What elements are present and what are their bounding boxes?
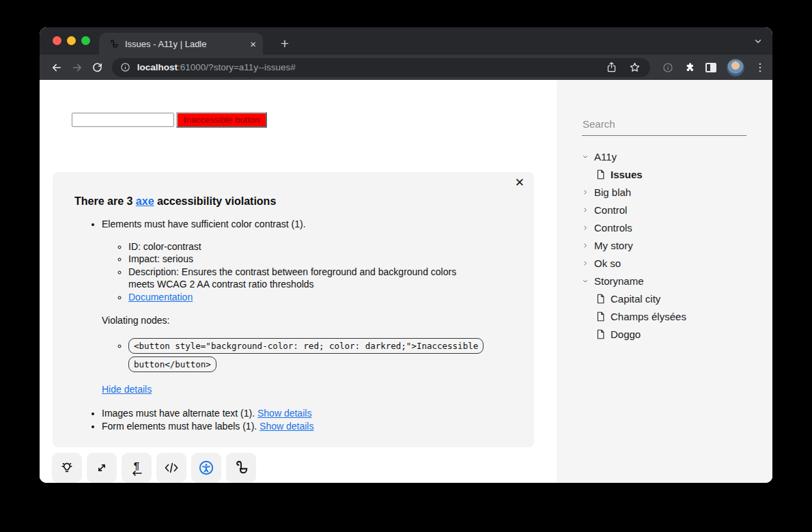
side-panel-icon[interactable] — [705, 63, 716, 72]
rtl-toggle-button[interactable]: ¶ — [122, 453, 152, 483]
violation-description: Description: Ensures the contrast betwee… — [128, 266, 484, 291]
tree-folder-controls[interactable]: Controls — [582, 219, 772, 236]
bookmark-star-icon[interactable] — [629, 61, 641, 73]
code-icon — [164, 462, 179, 474]
fullscreen-button[interactable] — [87, 453, 117, 483]
url-bar[interactable]: localhost:61000/?story=a11y--issues# — [112, 58, 650, 77]
url-text[interactable]: localhost:61000/?story=a11y--issues# — [137, 62, 600, 72]
reload-button[interactable] — [87, 57, 108, 78]
violations-list: Elements must have sufficient color cont… — [74, 218, 507, 432]
ladle-favicon-icon — [109, 39, 119, 49]
share-icon[interactable] — [606, 61, 617, 73]
violating-node-code: <button style="background-color: red; co… — [128, 338, 484, 372]
extensions-puzzle-icon[interactable] — [684, 61, 695, 73]
file-icon — [596, 294, 605, 304]
minimize-window-button[interactable] — [67, 36, 76, 45]
tree-folder-ok-so[interactable]: Ok so — [582, 254, 772, 272]
file-icon — [596, 329, 605, 339]
tree-story-issues[interactable]: Issues — [582, 165, 772, 183]
violation-id: ID: color-contrast — [128, 240, 484, 253]
violation-impact: Impact: serious — [128, 253, 484, 266]
tab-search-chevron-icon[interactable] — [753, 36, 763, 46]
inaccessible-button[interactable]: Inaccessible button — [176, 112, 267, 128]
tree-folder-big-blah[interactable]: Big blah — [582, 183, 772, 201]
chrome-menu-icon[interactable]: ⋮ — [755, 61, 766, 74]
new-tab-button[interactable]: + — [275, 33, 295, 54]
search-input[interactable] — [582, 115, 746, 136]
ladle-menu-button[interactable] — [226, 453, 256, 483]
page-viewport: Inaccessible button ✕ There are 3 axe ac… — [40, 80, 772, 483]
tab-title: Issues - A11y | Ladle — [125, 39, 244, 49]
maximize-window-button[interactable] — [81, 36, 90, 45]
show-details-link[interactable]: Show details — [260, 421, 313, 432]
paragraph-rtl-icon: ¶ — [132, 460, 142, 476]
tree-folder-my-story[interactable]: My story — [582, 236, 772, 254]
violation-summary: Elements must have sufficient color cont… — [102, 219, 306, 229]
browser-toolbar: localhost:61000/?story=a11y--issues# ⋮ — [40, 55, 772, 80]
tree-story-doggo[interactable]: Doggo — [582, 325, 772, 343]
unlabeled-text-input[interactable] — [72, 113, 174, 127]
violation-form-labels: Form elements must have labels (1). Show… — [102, 420, 507, 433]
tab-strip: Issues - A11y | Ladle × + — [40, 27, 772, 55]
theme-toggle-button[interactable] — [52, 453, 82, 483]
story-frame: Inaccessible button ✕ There are 3 axe ac… — [40, 80, 557, 483]
a11y-violations-panel: ✕ There are 3 axe accessibility violatio… — [53, 172, 534, 447]
tree-folder-storyname[interactable]: Storyname — [582, 272, 772, 290]
violation-image-alt: Images must have alternate text (1). Sho… — [102, 407, 507, 420]
chevron-down-icon — [582, 277, 589, 285]
chevron-right-icon — [582, 242, 589, 249]
story-source-button[interactable] — [156, 453, 186, 483]
file-icon — [596, 169, 605, 180]
chevron-right-icon — [582, 188, 589, 196]
violation-color-contrast: Elements must have sufficient color cont… — [102, 218, 507, 395]
show-details-link[interactable]: Show details — [257, 408, 311, 419]
back-button[interactable] — [46, 57, 67, 78]
lightbulb-icon — [59, 460, 74, 475]
close-panel-icon[interactable]: ✕ — [515, 177, 524, 188]
browser-window: Issues - A11y | Ladle × + localhost:6100… — [40, 27, 772, 483]
url-host: localhost — [137, 62, 178, 72]
ladle-story-toolbar: ¶ — [52, 453, 256, 483]
close-window-button[interactable] — [53, 36, 61, 45]
chevron-right-icon — [582, 206, 589, 214]
story-content: Inaccessible button — [72, 112, 267, 128]
forward-button — [67, 57, 87, 78]
accessibility-icon — [198, 460, 214, 476]
chevron-down-icon — [582, 153, 589, 160]
documentation-link[interactable]: Documentation — [128, 292, 193, 303]
url-path: :61000/?story=a11y--issues# — [178, 62, 296, 72]
violating-nodes-list: <button style="background-color: red; co… — [102, 337, 486, 374]
toolbar-right-icons: ⋮ — [662, 59, 766, 76]
chevron-right-icon — [582, 224, 589, 232]
violations-heading: There are 3 axe accessibility violations — [74, 195, 507, 208]
tree-folder-control[interactable]: Control — [582, 201, 772, 219]
violation-details: ID: color-contrast Impact: serious Descr… — [102, 240, 484, 304]
tree-story-capital-city[interactable]: Capital city — [582, 290, 772, 307]
chevron-right-icon — [582, 260, 589, 267]
a11y-report-button[interactable] — [191, 453, 221, 483]
tree-story-champs-elysees[interactable]: Champs élysées — [582, 307, 772, 325]
ladle-icon — [233, 460, 249, 476]
browser-tab[interactable]: Issues - A11y | Ladle × — [99, 33, 263, 55]
extension-info-icon[interactable] — [662, 62, 673, 73]
story-tree: A11y Issues Big blah Control Controls — [582, 148, 772, 343]
violating-node-item: <button style="background-color: red; co… — [128, 337, 486, 374]
documentation-item: Documentation — [128, 291, 484, 304]
file-icon — [596, 311, 605, 322]
tab-close-icon[interactable]: × — [250, 39, 256, 49]
axe-link[interactable]: axe — [136, 195, 154, 207]
window-controls — [53, 36, 90, 45]
profile-avatar[interactable] — [727, 59, 744, 76]
tree-folder-a11y[interactable]: A11y — [582, 148, 772, 165]
site-info-icon[interactable] — [120, 62, 130, 72]
hide-details-link[interactable]: Hide details — [102, 383, 152, 396]
expand-arrows-icon — [95, 461, 109, 475]
violating-nodes-label: Violating nodes: — [102, 314, 507, 327]
story-sidebar: A11y Issues Big blah Control Controls — [557, 80, 772, 483]
